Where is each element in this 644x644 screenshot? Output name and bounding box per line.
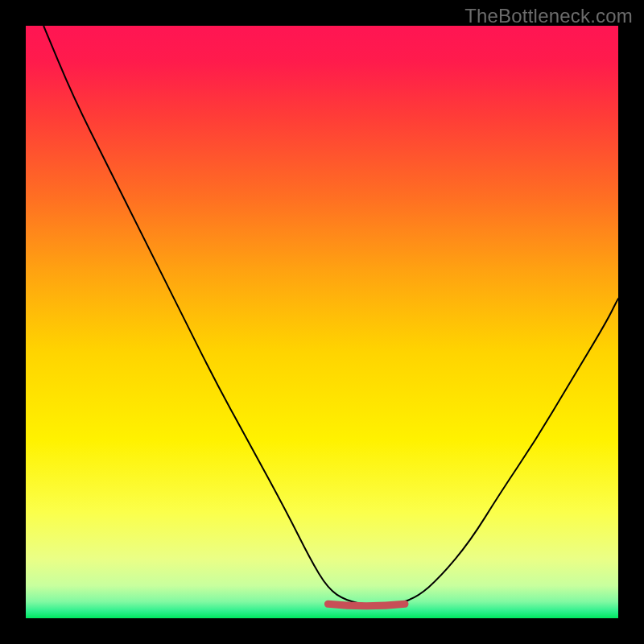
bottleneck-curve-path: [43, 26, 618, 605]
trough-marker: [328, 604, 405, 606]
chart-frame: TheBottleneck.com: [0, 0, 644, 644]
curve-layer: [26, 26, 618, 618]
plot-area: [26, 26, 618, 618]
watermark-text: TheBottleneck.com: [464, 5, 633, 27]
